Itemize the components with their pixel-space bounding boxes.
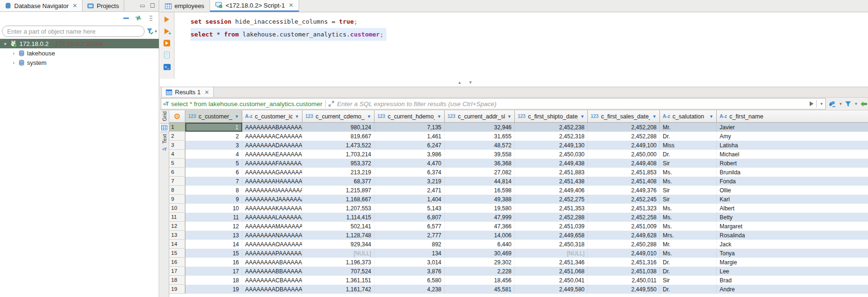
grid-cell[interactable]: Ollie	[717, 186, 868, 195]
grid-cell[interactable]: 4,470	[375, 159, 445, 168]
row-number[interactable]: 4	[169, 150, 185, 159]
grid-cell[interactable]: Sir	[660, 159, 717, 168]
grid-cell[interactable]: 1,361,151	[302, 276, 375, 285]
grid-cell[interactable]: 14	[185, 240, 242, 249]
grid-cell[interactable]: 18,456	[445, 276, 515, 285]
grid-cell[interactable]: 11	[185, 213, 242, 222]
row-number[interactable]: 2	[169, 132, 185, 141]
grid-cell[interactable]: 2,450,000	[588, 150, 660, 159]
row-number[interactable]: 16	[169, 258, 185, 267]
grid-cell[interactable]: Dr.	[660, 150, 717, 159]
grid-header-cell[interactable]: A-zc_salutation▼	[660, 110, 717, 123]
grid-cell[interactable]: 47,999	[445, 213, 515, 222]
tab-results-1[interactable]: Results 1 ✕	[161, 87, 214, 97]
collapse-down-icon[interactable]: ▼	[468, 80, 473, 85]
row-number[interactable]: 9	[169, 195, 185, 204]
grid-cell[interactable]: AAAAAAAAGAAAAAAA	[242, 168, 302, 177]
grid-cell[interactable]: Dr.	[660, 267, 717, 276]
grid-cell[interactable]: Karl	[717, 195, 868, 204]
grid-cell[interactable]: 2,449,376	[588, 186, 660, 195]
row-number[interactable]: 19	[169, 285, 185, 294]
grid-cell[interactable]: 2,449,100	[588, 141, 660, 150]
grid-cell[interactable]: Rosalinda	[717, 231, 868, 240]
grid-cell[interactable]: AAAAAAAAABAAAAAA	[242, 258, 302, 267]
row-number[interactable]: 1	[169, 123, 185, 132]
grid-cell[interactable]: 502,141	[302, 222, 375, 231]
column-filter-dropdown-icon[interactable]: ▼	[295, 114, 299, 119]
grid-cell[interactable]: 15	[185, 249, 242, 258]
grid-cell[interactable]: 13	[185, 231, 242, 240]
grid-cell[interactable]: Margaret	[717, 222, 868, 231]
grid-cell[interactable]: Mr.	[660, 123, 717, 132]
code-line[interactable]: set session hide_inaccessible_columns = …	[191, 15, 868, 28]
grid-cell[interactable]: 2,452,288	[515, 213, 588, 222]
grid-header-cell[interactable]: 123c_current_addr_sk▼	[445, 110, 515, 123]
grid-cell[interactable]: AAAAAAAAKAAAAAAA	[242, 204, 302, 213]
code-line[interactable]: select * from lakehouse.customer_analyti…	[191, 28, 386, 41]
editor-results-splitter[interactable]: ▲ ▼	[160, 79, 868, 87]
grid-cell[interactable]: Brad	[717, 276, 868, 285]
grid-cell[interactable]: AAAAAAAAIAAAAAAA	[242, 186, 302, 195]
close-icon[interactable]: ✕	[289, 2, 293, 9]
row-number[interactable]: 3	[169, 141, 185, 150]
grid-cell[interactable]: 1,168,667	[302, 195, 375, 204]
grid-corner-cell[interactable]	[169, 110, 185, 123]
grid-cell[interactable]: 2,449,580	[515, 285, 588, 294]
grid-cell[interactable]: 2,449,010	[588, 249, 660, 258]
grid-cell[interactable]: 47,366	[445, 222, 515, 231]
grid-cell[interactable]: 48,572	[445, 141, 515, 150]
grid-cell[interactable]: 27,082	[445, 168, 515, 177]
column-filter-dropdown-icon[interactable]: ▼	[437, 114, 441, 119]
grid-cell[interactable]: Michael	[717, 150, 868, 159]
grid-cell[interactable]: Ms.	[660, 249, 717, 258]
tab-script-1[interactable]: <172.18.0.2> Script-1 ✕	[210, 0, 299, 12]
grid-cell[interactable]: 29,302	[445, 258, 515, 267]
grid-cell[interactable]: AAAAAAAAFAAAAAAA	[242, 159, 302, 168]
grid-cell[interactable]: 7	[185, 177, 242, 186]
row-number[interactable]: 10	[169, 204, 185, 213]
grid-cell[interactable]: 2,228	[445, 267, 515, 276]
grid-cell[interactable]: 2,449,408	[588, 159, 660, 168]
grid-cell[interactable]: 19	[185, 285, 242, 294]
chevron-collapsed-icon[interactable]: ›	[11, 51, 16, 56]
tree-item-lakehouse[interactable]: › lakehouse	[0, 48, 159, 58]
erase-filter-icon[interactable]	[829, 101, 836, 107]
grid-cell[interactable]: 1	[185, 123, 242, 132]
grid-cell[interactable]: Ms.	[660, 222, 717, 231]
grid-cell[interactable]: 12	[185, 222, 242, 231]
grid-cell[interactable]: 6,577	[375, 222, 445, 231]
close-icon[interactable]: ✕	[204, 89, 209, 96]
grid-cell[interactable]: Sir	[660, 186, 717, 195]
menu-dots-icon[interactable]	[147, 15, 154, 21]
grid-cell[interactable]: Fonda	[717, 177, 868, 186]
grid-cell[interactable]: 1,128,748	[302, 231, 375, 240]
grid-cell[interactable]: 4	[185, 150, 242, 159]
grid-cell[interactable]: 5,143	[375, 204, 445, 213]
grid-cell[interactable]: 2,451,316	[588, 258, 660, 267]
grid-cell[interactable]: Lee	[717, 267, 868, 276]
grid-header-cell[interactable]: 123c_first_shipto_date_sk▼	[515, 110, 588, 123]
execute-new-tab-icon[interactable]: +	[163, 27, 171, 35]
chevron-down-icon[interactable]: ▾	[840, 101, 842, 106]
grid-cell[interactable]: Mr.	[660, 240, 717, 249]
grid-cell[interactable]: 2,449,406	[515, 186, 588, 195]
grid-cell[interactable]: Ms.	[660, 213, 717, 222]
column-filter-dropdown-icon[interactable]: ▼	[580, 114, 585, 119]
grid-cell[interactable]: 2,452,258	[588, 213, 660, 222]
grid-cell[interactable]: 10	[185, 204, 242, 213]
grid-header-cell[interactable]: 123c_customer_sk▼	[185, 110, 242, 123]
grid-cell[interactable]: 2,452,275	[515, 195, 588, 204]
grid-cell[interactable]: 5	[185, 159, 242, 168]
grid-cell[interactable]: 31,655	[445, 132, 515, 141]
tab-database-navigator[interactable]: Database Navigator ✕	[0, 0, 82, 11]
grid-cell[interactable]: 2,452,245	[588, 195, 660, 204]
grid-cell[interactable]: 2	[185, 132, 242, 141]
grid-cell[interactable]: Miss	[660, 141, 717, 150]
grid-cell[interactable]: 2,452,208	[588, 123, 660, 132]
row-number[interactable]: 13	[169, 231, 185, 240]
grid-header-cell[interactable]: A-zc_customer_id▼	[242, 110, 302, 123]
grid-cell[interactable]: 2,450,318	[515, 240, 588, 249]
grid-header-cell[interactable]: 123c_current_cdemo_sk▼	[302, 110, 375, 123]
column-filter-dropdown-icon[interactable]: ▼	[709, 114, 713, 119]
grid-cell[interactable]: 1,207,553	[302, 204, 375, 213]
